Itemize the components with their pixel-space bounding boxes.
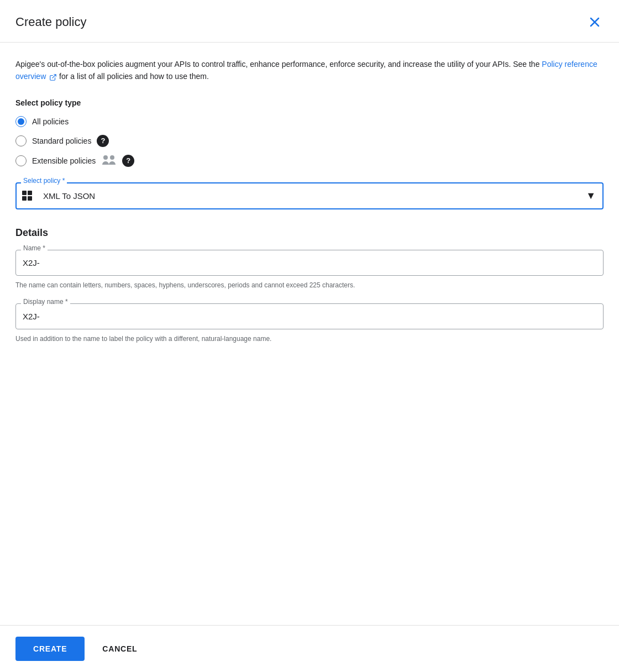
name-field-hint: The name can contain letters, numbers, s… [15,280,604,290]
description-text: Apigee's out-of-the-box policies augment… [15,58,604,83]
name-field-wrapper: Name * [15,250,604,276]
external-link-icon [49,74,57,81]
radio-extensible[interactable] [15,155,27,166]
policy-type-section: Select policy type All policies Standard… [15,98,604,167]
svg-point-0 [103,155,108,160]
extensible-help-icon[interactable]: ? [122,155,134,167]
select-policy-dropdown[interactable]: XML To JSON [15,182,604,209]
select-policy-label: Select policy * [21,177,67,185]
select-policy-wrapper: XML To JSON ▼ [15,182,604,209]
policy-type-radio-group: All policies Standard policies ? Extensi… [15,116,604,167]
policy-type-title: Select policy type [15,98,604,107]
radio-item-standard[interactable]: Standard policies ? [15,135,604,147]
create-button[interactable]: CREATE [15,637,85,661]
dialog-body: Apigee's out-of-the-box policies augment… [0,43,619,625]
radio-extensible-label: Extensible policies [32,156,96,165]
radio-item-all[interactable]: All policies [15,116,604,127]
display-name-field-group: Display name * Used in addition to the n… [15,303,604,344]
display-name-input[interactable] [15,303,604,329]
close-icon [588,15,601,29]
display-name-field-label: Display name * [21,298,70,306]
radio-item-extensible[interactable]: Extensible policies ? [15,155,604,167]
extensible-policy-icon [101,155,117,167]
dialog-title: Create policy [15,15,86,29]
radio-standard[interactable] [15,135,27,146]
svg-point-1 [110,155,114,160]
name-field-group: Name * The name can contain letters, num… [15,250,604,290]
select-policy-container: Select policy * XML To JSON ▼ [15,182,604,209]
details-title: Details [15,227,604,239]
close-button[interactable] [586,13,604,31]
dialog-header: Create policy [0,0,619,43]
name-field-label: Name * [21,244,48,252]
cancel-button[interactable]: CANCEL [89,637,150,661]
display-name-field-wrapper: Display name * [15,303,604,329]
details-section: Details Name * The name can contain lett… [15,227,604,344]
radio-standard-label: Standard policies [32,136,91,145]
create-policy-dialog: Create policy Apigee's out-of-the-box po… [0,0,619,672]
radio-all[interactable] [15,116,27,127]
name-input[interactable] [15,250,604,276]
dialog-footer: CREATE CANCEL [0,625,619,672]
radio-all-label: All policies [32,117,69,126]
display-name-field-hint: Used in addition to the name to label th… [15,334,604,344]
standard-help-icon[interactable]: ? [97,135,109,147]
